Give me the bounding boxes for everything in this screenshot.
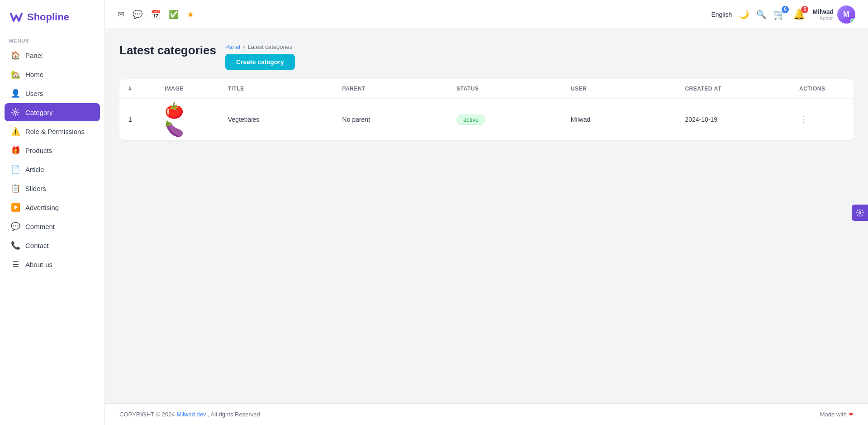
sidebar-logo: Shopline <box>0 0 104 34</box>
sidebar-item-advertising[interactable]: ▶️ Advertising <box>5 198 100 216</box>
col-header-actions: ACTIONS <box>799 86 844 92</box>
footer-made-with: Made with ❤ <box>820 411 854 418</box>
settings-icon <box>856 209 864 217</box>
menus-label: MENUS <box>0 34 104 46</box>
topbar: ✉ 💬 📅 ✅ ★ English 🌙 🔍 🛒 6 🔔 5 Milwad Adm… <box>105 0 868 29</box>
row-title: Vegtebales <box>228 116 342 123</box>
row-parent: No parent <box>342 116 457 123</box>
sidebar-label-panel: Panel <box>25 52 43 59</box>
comment-icon: 💬 <box>11 222 20 231</box>
page-content: Latest categories Panel › Latest categor… <box>105 29 868 403</box>
user-info: Milwad Admin M <box>812 5 855 24</box>
sidebar-item-sliders[interactable]: 📋 Sliders <box>5 179 100 197</box>
user-name: Milwad <box>812 8 834 15</box>
actions-menu-button[interactable]: ⋮ <box>799 115 807 124</box>
advertising-icon: ▶️ <box>11 203 20 212</box>
col-header-image: IMAGE <box>165 86 228 92</box>
row-created-at: 2024-10-19 <box>685 116 799 123</box>
sidebar-label-products: Products <box>25 147 52 154</box>
sidebar-item-article[interactable]: 📄 Article <box>5 160 100 178</box>
heart-icon: ❤ <box>849 411 854 418</box>
sidebar-label-role: Role & Permissions <box>25 128 85 135</box>
table-header: # IMAGE TITLE PARENT STATUS USER CREATED… <box>119 79 854 99</box>
categories-table: # IMAGE TITLE PARENT STATUS USER CREATED… <box>119 79 854 140</box>
row-actions[interactable]: ⋮ <box>799 115 844 124</box>
svg-point-1 <box>859 211 861 214</box>
search-icon[interactable]: 🔍 <box>756 10 766 19</box>
language-selector[interactable]: English <box>711 11 732 18</box>
sidebar: Shopline MENUS 🏠 Panel 🏡 Home 👤 Users <box>0 0 105 425</box>
made-with-text: Made with <box>820 411 847 418</box>
sidebar-nav: 🏠 Panel 🏡 Home 👤 Users Category ⚠️ <box>0 46 104 273</box>
row-image: 🍅🍆 <box>165 106 228 133</box>
sliders-icon: 📋 <box>11 184 20 193</box>
status-badge: active <box>456 115 485 125</box>
row-user: Milwad <box>571 116 685 123</box>
col-header-id: # <box>128 86 165 92</box>
sidebar-item-role-permissions[interactable]: ⚠️ Role & Permissions <box>5 122 100 140</box>
sidebar-item-products[interactable]: 🎁 Products <box>5 141 100 159</box>
topbar-right: English 🌙 🔍 🛒 6 🔔 5 Milwad Admin M <box>711 5 855 24</box>
row-id: 1 <box>128 116 165 123</box>
veggie-emoji: 🍅🍆 <box>165 101 196 138</box>
footer-suffix: , All rights Reserved <box>208 411 260 418</box>
row-status: active <box>456 115 571 125</box>
sidebar-label-home: Home <box>25 71 43 78</box>
category-emoji: 🍅🍆 <box>165 106 196 133</box>
svg-point-0 <box>14 111 17 114</box>
notif-badge: 5 <box>801 6 808 13</box>
copyright-text: COPYRIGHT © 2024 <box>119 411 175 418</box>
calendar-icon[interactable]: 📅 <box>151 10 161 19</box>
home-icon: 🏡 <box>11 70 20 79</box>
col-header-status: STATUS <box>456 86 571 92</box>
users-icon: 👤 <box>11 89 20 98</box>
create-category-button[interactable]: Create category <box>225 54 295 70</box>
online-indicator <box>850 19 855 23</box>
topbar-left: ✉ 💬 📅 ✅ ★ <box>118 10 194 19</box>
table-row: 1 🍅🍆 Vegtebales No parent active Milwad … <box>119 99 854 140</box>
sidebar-item-panel[interactable]: 🏠 Panel <box>5 46 100 64</box>
sidebar-label-category: Category <box>25 109 53 116</box>
products-icon: 🎁 <box>11 146 20 155</box>
sidebar-item-contact[interactable]: 📞 Contact <box>5 236 100 254</box>
breadcrumb-parent[interactable]: Panel <box>225 43 240 50</box>
mail-icon[interactable]: ✉ <box>118 10 124 19</box>
sidebar-label-advertising: Advertising <box>25 204 59 211</box>
sidebar-item-home[interactable]: 🏡 Home <box>5 65 100 83</box>
breadcrumb-separator: › <box>243 43 245 50</box>
cart-icon[interactable]: 🛒 6 <box>773 9 786 20</box>
shopline-logo-icon <box>9 10 24 24</box>
sidebar-item-category[interactable]: Category <box>5 103 100 121</box>
panel-icon: 🏠 <box>11 51 20 60</box>
user-role: Admin <box>812 15 834 21</box>
footer-link[interactable]: Milwad dev <box>176 411 206 418</box>
breadcrumb-current: Latest categories <box>247 43 292 50</box>
main-content: ✉ 💬 📅 ✅ ★ English 🌙 🔍 🛒 6 🔔 5 Milwad Adm… <box>105 0 868 425</box>
contact-icon: 📞 <box>11 241 20 250</box>
cart-badge: 6 <box>782 6 789 13</box>
app-name: Shopline <box>27 11 69 23</box>
star-icon[interactable]: ★ <box>187 10 194 19</box>
page-title: Latest categories <box>119 43 216 57</box>
footer-copyright: COPYRIGHT © 2024 Milwad dev , All rights… <box>119 411 260 418</box>
sidebar-label-users: Users <box>25 90 43 97</box>
sidebar-label-about: About-us <box>25 261 52 268</box>
theme-toggle[interactable]: 🌙 <box>739 10 749 19</box>
col-header-title: TITLE <box>228 86 342 92</box>
notification-icon[interactable]: 🔔 5 <box>793 9 805 20</box>
chat-icon[interactable]: 💬 <box>133 10 142 19</box>
role-icon: ⚠️ <box>11 127 20 136</box>
header-right: Panel › Latest categories Create categor… <box>225 43 295 70</box>
footer: COPYRIGHT © 2024 Milwad dev , All rights… <box>105 403 868 425</box>
task-icon[interactable]: ✅ <box>169 10 179 19</box>
breadcrumb: Panel › Latest categories <box>225 43 295 50</box>
col-header-created-at: CREATED AT <box>685 86 799 92</box>
sidebar-item-comment[interactable]: 💬 Comment <box>5 217 100 235</box>
floating-settings-button[interactable] <box>852 205 868 221</box>
sidebar-item-about-us[interactable]: ☰ About-us <box>5 255 100 273</box>
article-icon: 📄 <box>11 165 20 174</box>
sidebar-item-users[interactable]: 👤 Users <box>5 84 100 102</box>
page-header: Latest categories Panel › Latest categor… <box>119 43 854 70</box>
category-icon <box>11 108 20 117</box>
sidebar-label-contact: Contact <box>25 242 49 249</box>
